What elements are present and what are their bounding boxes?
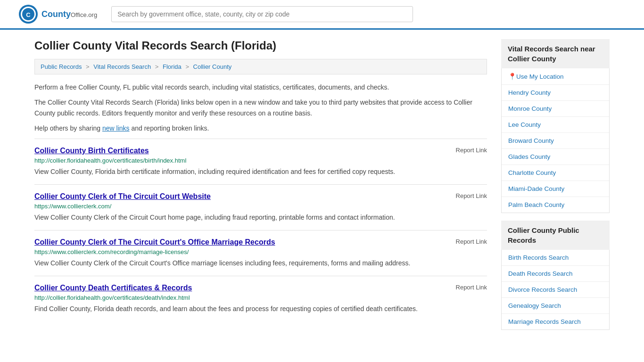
location-icon: 📍	[508, 73, 516, 80]
nearby-county-link[interactable]: Hendry County	[502, 85, 609, 100]
public-records-section-header: Collier County Public Records	[501, 221, 610, 250]
record-item: Collier County Death Certificates & Reco…	[34, 276, 487, 321]
record-url: http://collier.floridahealth.gov/certifi…	[34, 294, 487, 301]
report-link[interactable]: Report Link	[456, 192, 487, 199]
record-item: Collier County Birth Certificates Report…	[34, 139, 487, 184]
logo-text: CountyOffice.org	[41, 9, 97, 19]
report-link[interactable]: Report Link	[456, 238, 487, 245]
description-3: Help others by sharing new links and rep…	[34, 123, 487, 133]
public-record-item: Genealogy Search	[502, 298, 609, 314]
site-header: C CountyOffice.org	[0, 0, 644, 30]
page-container: Collier County Vital Records Search (Flo…	[16, 30, 628, 347]
record-title[interactable]: Collier County Clerk of The Circuit Cour…	[34, 238, 275, 247]
nearby-county-item: Monroe County	[502, 101, 609, 117]
breadcrumb-sep-3: >	[185, 63, 189, 70]
nearby-county-item: Glades County	[502, 149, 609, 165]
public-record-link[interactable]: Marriage Records Search	[502, 314, 609, 329]
nearby-county-link[interactable]: Miami-Dade County	[502, 181, 609, 197]
nearby-county-link[interactable]: Palm Beach County	[502, 197, 609, 213]
breadcrumb-vital-records[interactable]: Vital Records Search	[93, 63, 151, 70]
nearby-county-link[interactable]: Charlotte County	[502, 165, 609, 181]
breadcrumb-public-records[interactable]: Public Records	[41, 63, 82, 70]
description-1: Perform a free Collier County, FL public…	[34, 82, 487, 92]
sidebar: Vital Records Search near Collier County…	[501, 39, 610, 337]
nearby-section-header: Vital Records Search near Collier County	[501, 39, 610, 68]
svg-text:C: C	[26, 11, 31, 18]
record-item: Collier County Clerk of The Circuit Cour…	[34, 184, 487, 230]
report-link[interactable]: Report Link	[456, 284, 487, 291]
report-link[interactable]: Report Link	[456, 147, 487, 154]
record-url: https://www.collierclerk.com/	[34, 203, 487, 210]
search-input[interactable]	[111, 6, 413, 22]
record-desc: View Collier County, Florida birth certi…	[34, 167, 487, 177]
public-records-title: Collier County Public Records	[508, 225, 603, 245]
logo-link[interactable]: C CountyOffice.org	[19, 5, 97, 24]
nearby-county-item: Palm Beach County	[502, 197, 609, 213]
description-2: The Collier County Vital Records Search …	[34, 97, 487, 118]
public-record-item: Marriage Records Search	[502, 314, 609, 329]
public-record-item: Death Records Search	[502, 266, 609, 282]
public-record-link[interactable]: Death Records Search	[502, 266, 609, 281]
nearby-county-item: Lee County	[502, 117, 609, 133]
breadcrumb-sep-2: >	[155, 63, 159, 70]
public-record-item: Divorce Records Search	[502, 282, 609, 298]
record-title[interactable]: Collier County Death Certificates & Reco…	[34, 284, 192, 292]
page-title: Collier County Vital Records Search (Flo…	[34, 39, 487, 52]
public-record-link[interactable]: Birth Records Search	[502, 250, 609, 265]
record-desc: View Collier County Clerk of the Circuit…	[34, 258, 487, 268]
nearby-county-link[interactable]: Broward County	[502, 133, 609, 148]
record-title[interactable]: Collier County Birth Certificates	[34, 147, 149, 155]
use-my-location-item: 📍Use My Location	[502, 68, 609, 85]
breadcrumb-sep-1: >	[86, 63, 90, 70]
new-links-link[interactable]: new links	[102, 124, 130, 132]
use-my-location-link[interactable]: 📍Use My Location	[502, 68, 609, 84]
logo-icon: C	[19, 5, 38, 24]
records-list: Collier County Birth Certificates Report…	[34, 139, 487, 321]
record-url: https://www.collierclerk.com/recording/m…	[34, 248, 487, 255]
nearby-county-item: Hendry County	[502, 85, 609, 101]
record-title[interactable]: Collier County Clerk of The Circuit Cour…	[34, 192, 211, 201]
nearby-county-link[interactable]: Glades County	[502, 149, 609, 165]
nearby-county-item: Miami-Dade County	[502, 181, 609, 197]
breadcrumb-florida[interactable]: Florida	[163, 63, 182, 70]
public-record-link[interactable]: Divorce Records Search	[502, 282, 609, 297]
nearby-county-link[interactable]: Monroe County	[502, 101, 609, 116]
nearby-county-link[interactable]: Lee County	[502, 117, 609, 132]
public-records-list: Birth Records SearchDeath Records Search…	[501, 250, 610, 330]
nearby-county-item: Broward County	[502, 133, 609, 149]
breadcrumb: Public Records > Vital Records Search > …	[34, 59, 487, 74]
record-desc: Find Collier County, Florida death recor…	[34, 304, 487, 314]
public-record-link[interactable]: Genealogy Search	[502, 298, 609, 313]
record-desc: View Collier County Clerk of the Circuit…	[34, 213, 487, 222]
breadcrumb-collier[interactable]: Collier County	[193, 63, 232, 70]
main-content: Collier County Vital Records Search (Flo…	[34, 39, 487, 337]
nearby-counties-list: 📍Use My LocationHendry CountyMonroe Coun…	[501, 68, 610, 213]
nearby-county-item: Charlotte County	[502, 165, 609, 181]
public-record-item: Birth Records Search	[502, 250, 609, 266]
nearby-title: Vital Records Search near Collier County	[508, 44, 603, 64]
record-url: http://collier.floridahealth.gov/certifi…	[34, 157, 487, 164]
record-item: Collier County Clerk of The Circuit Cour…	[34, 230, 487, 276]
